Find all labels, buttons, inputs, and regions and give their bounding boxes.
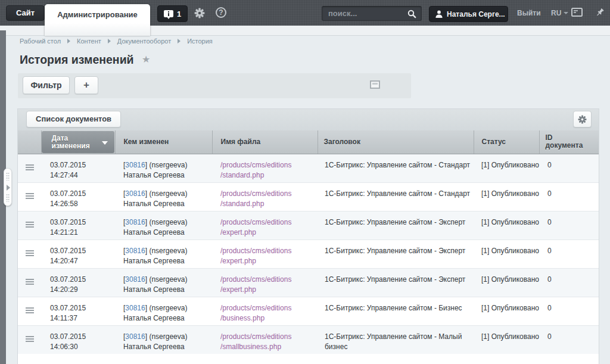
row-menu-icon[interactable] [26, 307, 34, 313]
doc-id-cell: 0 [539, 325, 599, 354]
help-icon[interactable]: ? [216, 7, 226, 18]
user-id-link[interactable]: 30816 [125, 247, 145, 255]
row-menu-icon[interactable] [26, 279, 34, 285]
document-id: 0 [547, 304, 552, 312]
file-path-link[interactable]: /products/cms/editions [220, 246, 291, 256]
date-cell: 03.07.201514:21:21 [41, 211, 115, 239]
file-path-link[interactable]: /expert.php [220, 285, 256, 295]
file-path-link[interactable]: /products/cms/editions [220, 275, 291, 285]
date-cell: 03.07.201514:26:58 [41, 182, 115, 211]
breadcrumb-item-desktop[interactable]: Рабочий стол [20, 38, 61, 45]
user-cell: [30816] (nsergeeva)Наталья Сергеева [115, 182, 212, 211]
status-cell: [1] Опубликовано [474, 239, 539, 268]
grip-dots-icon [6, 194, 10, 202]
tab-administration[interactable]: Администрирование [45, 4, 150, 36]
breadcrumb-item-workflow[interactable]: Документооборот [117, 38, 171, 45]
user-login: (nsergeeva) [147, 332, 187, 341]
change-time: 14:11:37 [50, 314, 77, 322]
file-path-link[interactable]: /standard.php [220, 170, 264, 181]
column-header-docid[interactable]: ID документа [539, 130, 599, 154]
table-header-row: Дата изменения Кем изменен Имя файла Заг… [18, 130, 599, 154]
favorite-star-icon[interactable]: ★ [142, 54, 150, 65]
table-row: 03.07.201514:11:37[30816] (nsergeeva)Нат… [18, 297, 599, 325]
file-path-link[interactable]: /expert.php [220, 228, 256, 238]
column-header-title[interactable]: Заголовок [318, 130, 474, 154]
row-menu-icon[interactable] [26, 336, 34, 342]
breadcrumb-item-history[interactable]: История [187, 38, 213, 45]
user-id-link[interactable]: 30816 [125, 275, 145, 284]
status-id: [1] [481, 247, 489, 255]
change-date: 03.07.2015 [50, 161, 86, 169]
status-id: [1] [481, 189, 489, 198]
user-login: (nsergeeva) [147, 275, 187, 284]
document-title: 1С-Битрикс: Управление сайтом - Эксперт [325, 218, 465, 226]
document-title: 1С-Битрикс: Управление сайтом - Бизнес [325, 304, 462, 312]
filter-add-button[interactable]: + [74, 76, 98, 94]
breadcrumb-separator-icon [67, 39, 70, 43]
history-table: Дата изменения Кем изменен Имя файла Заг… [18, 130, 599, 354]
file-path-cell: /products/cms/editions/standard.php [212, 182, 318, 211]
user-id-link[interactable]: 30816 [125, 332, 145, 341]
tab-site[interactable]: Сайт [6, 5, 45, 21]
grid-settings-button[interactable] [573, 111, 592, 127]
user-id-link[interactable]: 30816 [125, 304, 145, 312]
view-tab-document-list[interactable]: Список документов [26, 111, 121, 127]
user-id-link[interactable]: 30816 [125, 189, 145, 198]
sidebar-toggle-handle[interactable] [4, 168, 12, 206]
status-label: Опубликовано [489, 218, 539, 226]
settings-gear-icon[interactable] [194, 8, 205, 18]
search-input[interactable] [328, 8, 403, 19]
column-header-menu [18, 130, 41, 154]
row-menu-icon[interactable] [26, 164, 34, 170]
notifications-button[interactable]: 1 [157, 5, 188, 22]
row-menu-icon[interactable] [26, 222, 34, 228]
file-path-link[interactable]: /products/cms/editions [220, 217, 291, 228]
file-path-link[interactable]: /products/cms/editions [220, 303, 291, 313]
logout-link[interactable]: Выйти [517, 9, 541, 17]
row-actions-cell [18, 268, 41, 297]
file-path-link[interactable]: /products/cms/editions [220, 332, 291, 342]
user-full-name: Наталья Сергеева [123, 257, 185, 265]
user-id-link[interactable]: 30816 [125, 218, 145, 226]
user-full-name: Наталья Сергеева [123, 314, 185, 322]
change-date: 03.07.2015 [50, 247, 86, 255]
doc-id-cell: 0 [539, 182, 599, 211]
file-path-link[interactable]: /standard.php [220, 199, 264, 209]
search-icon[interactable] [407, 10, 416, 18]
column-header-date[interactable]: Дата изменения [41, 130, 115, 154]
filter-settings-icon[interactable] [370, 80, 380, 89]
language-label: RU [551, 9, 561, 17]
file-path-link[interactable]: /products/cms/editions [220, 160, 291, 170]
breadcrumb-separator-icon [108, 39, 111, 43]
breadcrumb-item-content[interactable]: Контент [77, 38, 101, 45]
filter-button[interactable]: Фильтр [23, 76, 70, 94]
user-cell: [30816] (nsergeeva)Наталья Сергеева [115, 154, 212, 182]
desktop-icon[interactable] [571, 8, 583, 17]
file-path-link[interactable]: /expert.php [220, 256, 256, 266]
document-id: 0 [547, 189, 552, 198]
date-cell: 03.07.201514:06:30 [41, 325, 115, 354]
top-bar: Сайт Администрирование 1 [0, 0, 610, 26]
document-id: 0 [547, 332, 552, 341]
table-row: 03.07.201514:06:30[30816] (nsergeeva)Нат… [18, 325, 599, 354]
file-path-link[interactable]: /business.php [220, 313, 264, 323]
language-switcher[interactable]: RU [551, 9, 568, 17]
column-header-docid-line2: документа [546, 142, 597, 150]
change-time: 14:06:30 [50, 343, 78, 351]
column-header-user[interactable]: Кем изменен [115, 130, 212, 154]
column-header-status[interactable]: Статус [474, 130, 539, 154]
row-menu-icon[interactable] [26, 250, 34, 256]
pin-icon[interactable] [595, 7, 605, 18]
column-header-file[interactable]: Имя файла [212, 130, 318, 154]
user-cell: [30816] (nsergeeva)Наталья Сергеева [115, 325, 212, 354]
breadcrumb-separator-icon [178, 39, 180, 43]
doc-id-cell: 0 [539, 268, 599, 297]
row-menu-icon[interactable] [26, 193, 34, 199]
file-path-link[interactable]: /smallbusiness.php [220, 342, 281, 352]
user-id-link[interactable]: 30816 [125, 161, 145, 169]
user-login: (nsergeeva) [147, 189, 187, 198]
file-path-link[interactable]: /products/cms/editions [220, 189, 291, 199]
title-cell: 1С-Битрикс: Управление сайтом - Малый би… [318, 325, 474, 354]
document-title: 1С-Битрикс: Управление сайтом - Эксперт [325, 275, 465, 284]
user-menu-button[interactable]: Наталья Серге... [429, 6, 508, 22]
